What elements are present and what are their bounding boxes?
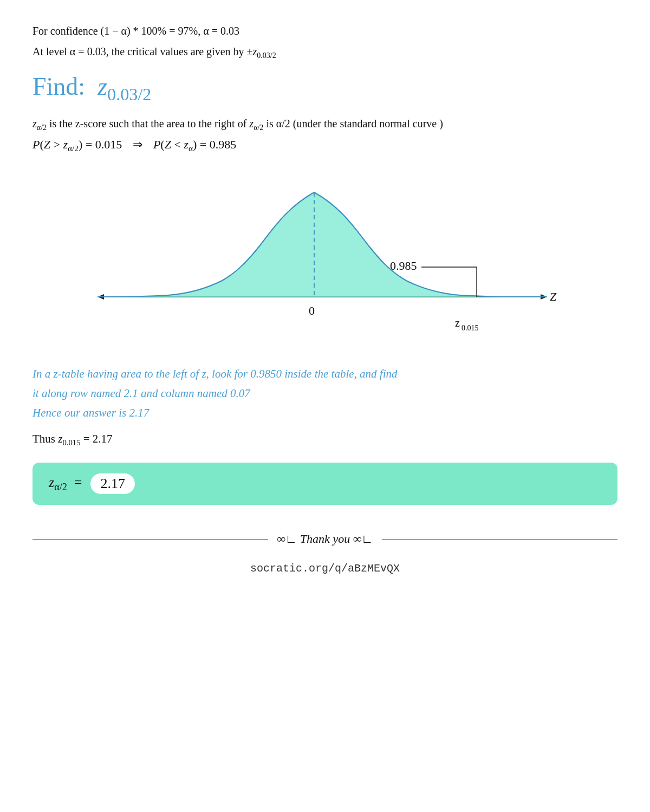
divider-row: ∞∟ Thank you ∞∟: [32, 532, 618, 546]
svg-text:z: z: [455, 317, 460, 329]
intro-line2: At level α = 0.03, the critical values a…: [32, 42, 618, 62]
svg-text:0: 0: [309, 304, 315, 317]
intro-line1: For confidence (1 − α) * 100% = 97%, α =…: [32, 22, 618, 40]
find-heading: Find: z0.03/2: [32, 72, 618, 105]
thus-line: Thus z0.015 = 2.17: [32, 432, 618, 447]
prob-line: P(Z > zα/2) = 0.015 ⇒ P(Z < zα) = 0.985: [32, 138, 618, 153]
result-box: zα/2 = 2.17: [32, 463, 618, 505]
result-value: 2.17: [90, 473, 135, 494]
description-text: zα/2 is the z-score such that the area t…: [32, 114, 618, 134]
svg-text:Z: Z: [550, 290, 557, 303]
footer-url: socratic.org/q/aBzMEvQX: [32, 562, 618, 575]
svg-text:0.985: 0.985: [390, 259, 417, 272]
svg-text:0.015: 0.015: [461, 324, 479, 332]
result-label: zα/2 =: [49, 475, 82, 493]
thank-you-text: ∞∟ Thank you ∞∟: [277, 532, 373, 546]
ztable-explanation: In a z-table having area to the left of …: [32, 365, 618, 423]
left-divider: [32, 539, 268, 540]
normal-curve-chart: 0.985 0 Z z 0.015: [81, 164, 569, 348]
right-divider: [382, 539, 618, 540]
